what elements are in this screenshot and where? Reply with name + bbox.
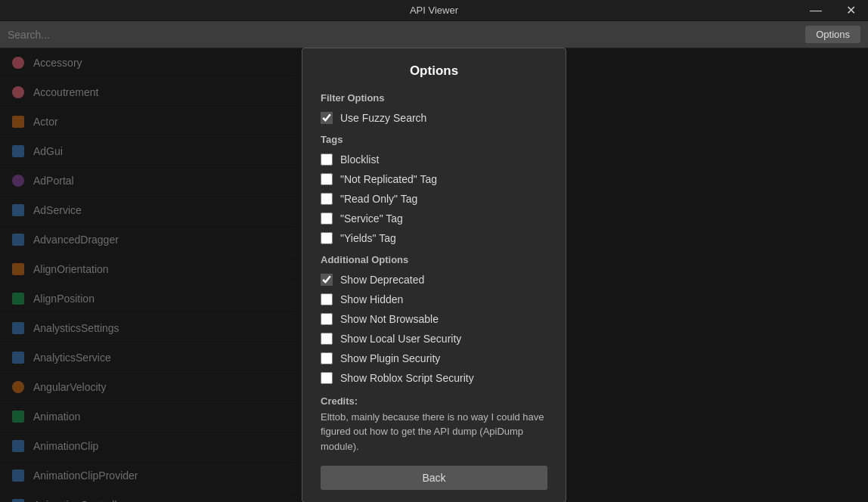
show-hidden-checkbox[interactable] [321,293,333,305]
show-local-user-security-checkbox[interactable] [321,333,333,345]
minimize-button[interactable]: — [798,0,833,21]
show-hidden-label: Show Hidden [340,293,403,305]
show-roblox-script-security-checkbox[interactable] [321,372,333,384]
read-only-checkbox[interactable] [321,193,333,205]
use-fuzzy-search-label: Use Fuzzy Search [340,112,426,124]
credits-text: Elttob, mainly because there is no way I… [321,410,547,454]
filter-section-header: Filter Options [321,92,547,104]
use-fuzzy-search-row[interactable]: Use Fuzzy Search [321,108,547,128]
use-fuzzy-search-checkbox[interactable] [321,112,333,124]
title-bar: API Viewer — ✕ [0,0,868,21]
options-overlay: Options Filter Options Use Fuzzy Search … [0,48,868,502]
show-local-user-security-label: Show Local User Security [340,333,461,345]
show-deprecated-checkbox[interactable] [321,274,333,286]
service-tag-label: "Service" Tag [340,212,403,225]
additional-section-header: Additional Options [321,254,547,265]
credits-section: Credits: Elttob, mainly because there is… [321,395,547,454]
yields-tag-label: "Yields" Tag [340,232,396,244]
show-local-user-security-row[interactable]: Show Local User Security [321,329,547,349]
window-title: API Viewer [410,5,458,16]
service-tag-row[interactable]: "Service" Tag [321,209,547,228]
options-title: Options [321,64,547,79]
credits-title: Credits: [321,395,547,407]
close-button[interactable]: ✕ [833,0,868,21]
show-hidden-row[interactable]: Show Hidden [321,290,547,309]
not-replicated-label: "Not Replicated" Tag [340,173,437,185]
service-tag-checkbox[interactable] [321,212,333,225]
show-plugin-security-label: Show Plugin Security [340,352,440,364]
not-replicated-row[interactable]: "Not Replicated" Tag [321,169,547,189]
search-bar: Options [0,21,868,48]
options-panel: Options Filter Options Use Fuzzy Search … [302,48,566,502]
show-deprecated-row[interactable]: Show Deprecated [321,270,547,290]
blocklist-checkbox[interactable] [321,153,333,166]
search-input[interactable] [8,29,799,41]
show-deprecated-label: Show Deprecated [340,274,424,286]
show-plugin-security-checkbox[interactable] [321,352,333,364]
show-plugin-security-row[interactable]: Show Plugin Security [321,349,547,368]
not-replicated-checkbox[interactable] [321,173,333,185]
blocklist-label: Blocklist [340,153,379,166]
back-button[interactable]: Back [321,466,547,490]
window-controls: — ✕ [798,0,868,20]
tags-section-header: Tags [321,134,547,145]
show-not-browsable-label: Show Not Browsable [340,313,439,325]
show-roblox-script-security-label: Show Roblox Script Security [340,372,474,384]
read-only-label: "Read Only" Tag [340,193,417,205]
yields-tag-checkbox[interactable] [321,232,333,244]
yields-tag-row[interactable]: "Yields" Tag [321,228,547,248]
show-roblox-script-security-row[interactable]: Show Roblox Script Security [321,368,547,388]
main-area: AccessoryAccoutrementActorAdGuiAdPortalA… [0,48,868,502]
options-button[interactable]: Options [805,26,860,43]
blocklist-row[interactable]: Blocklist [321,150,547,169]
read-only-row[interactable]: "Read Only" Tag [321,189,547,209]
show-not-browsable-row[interactable]: Show Not Browsable [321,309,547,329]
show-not-browsable-checkbox[interactable] [321,313,333,325]
